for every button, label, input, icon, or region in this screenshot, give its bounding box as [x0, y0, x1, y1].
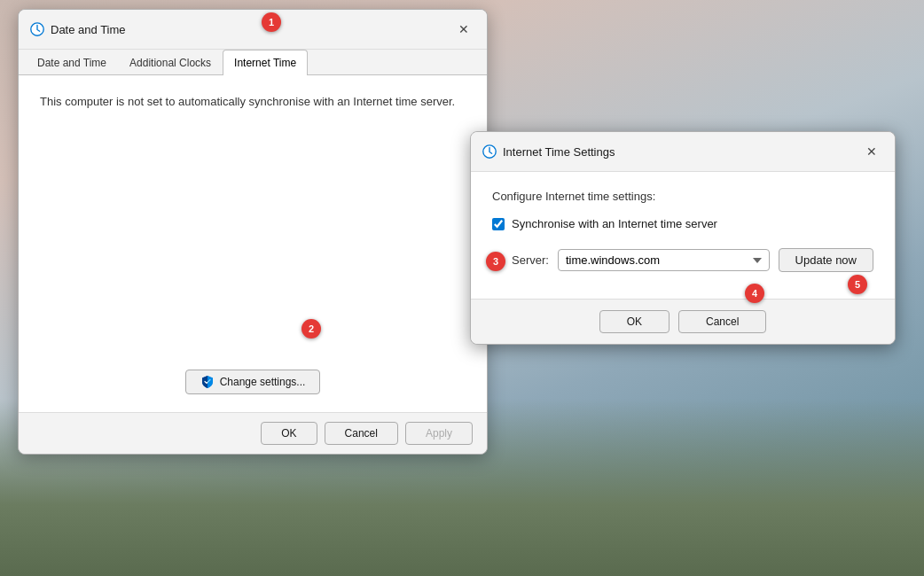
datetime-ok-button[interactable]: OK: [261, 422, 317, 445]
annotation-4: 4: [745, 284, 764, 303]
annotation-5: 5: [848, 275, 867, 294]
info-text: This computer is not set to automaticall…: [40, 93, 455, 111]
synchronise-label: Synchronise with an Internet time server: [512, 217, 717, 230]
datetime-dialog: Date and Time ✕ Date and Time Additional…: [18, 9, 488, 455]
change-settings-button[interactable]: Change settings...: [185, 370, 321, 394]
internet-time-icon: [482, 144, 497, 160]
datetime-apply-button[interactable]: Apply: [405, 422, 473, 445]
server-select[interactable]: time.windows.com time.nist.gov pool.ntp.…: [558, 249, 770, 271]
itsettings-title: Internet Time Settings: [503, 145, 859, 159]
server-label: Server:: [512, 253, 549, 267]
shield-icon: [200, 375, 215, 389]
server-row: Server: time.windows.com time.nist.gov p…: [512, 248, 873, 272]
datetime-footer: OK Cancel Apply: [19, 412, 487, 454]
itsettings-content: Configure Internet time settings: Synchr…: [471, 172, 895, 299]
itsettings-dialog: Internet Time Settings ✕ Configure Inter…: [470, 131, 896, 345]
tab-additional-clocks[interactable]: Additional Clocks: [118, 50, 223, 75]
itsettings-ok-button[interactable]: OK: [599, 310, 670, 333]
configure-label: Configure Internet time settings:: [492, 190, 873, 203]
tab-internet-time[interactable]: Internet Time: [223, 50, 308, 75]
annotation-3: 3: [486, 252, 505, 271]
annotation-2: 2: [301, 319, 321, 339]
datetime-title: Date and Time: [51, 23, 451, 36]
synchronise-checkbox[interactable]: [492, 218, 505, 230]
synchronise-row: Synchronise with an Internet time server: [492, 217, 873, 230]
clock-icon: [29, 21, 45, 37]
datetime-cancel-button[interactable]: Cancel: [325, 422, 398, 445]
itsettings-close-button[interactable]: ✕: [859, 139, 884, 164]
datetime-tabs: Date and Time Additional Clocks Internet…: [19, 50, 487, 75]
itsettings-titlebar: Internet Time Settings ✕: [471, 132, 895, 172]
itsettings-cancel-button[interactable]: Cancel: [678, 310, 766, 333]
datetime-close-button[interactable]: ✕: [451, 17, 476, 42]
annotation-1: 1: [262, 12, 281, 32]
update-now-button[interactable]: Update now: [779, 248, 873, 272]
tab-date-and-time[interactable]: Date and Time: [26, 50, 118, 75]
itsettings-footer: OK Cancel: [471, 299, 895, 344]
datetime-content: This computer is not set to automaticall…: [19, 75, 487, 412]
change-settings-label: Change settings...: [220, 376, 306, 388]
datetime-titlebar: Date and Time ✕: [19, 10, 487, 50]
